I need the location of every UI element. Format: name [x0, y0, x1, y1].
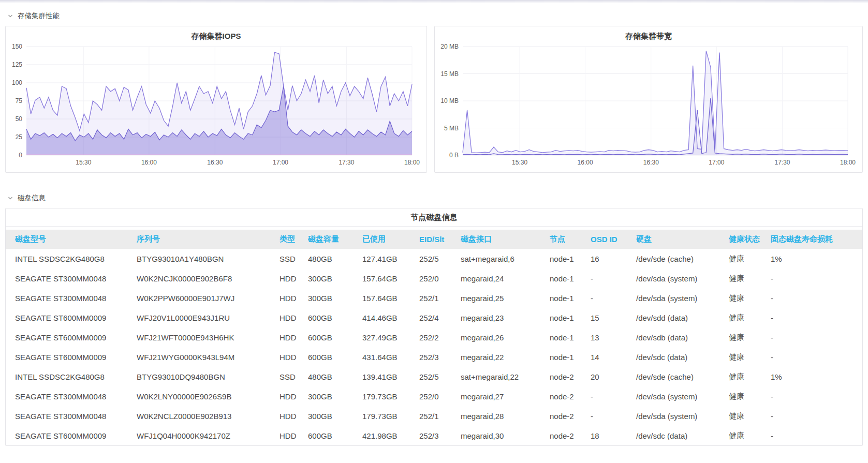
table-row: SEAGATE ST600MM0009WFJ21WFT0000E943H6HKH… [6, 327, 862, 347]
table-cell: /dev/sdc (data) [636, 347, 729, 367]
table-cell: SEAGATE ST600MM0009 [6, 308, 137, 327]
table-cell: megaraid,30 [461, 426, 550, 445]
table-cell: 252/1 [419, 406, 461, 426]
table-cell: HDD [279, 406, 308, 426]
disk-table: 磁盘型号序列号类型磁盘容量已使用EID/Slt磁盘接口节点OSD ID硬盘健康状… [6, 230, 862, 445]
svg-text:100: 100 [12, 79, 22, 86]
column-header[interactable]: OSD ID [591, 230, 636, 249]
table-cell: SEAGATE ST300MM0048 [6, 268, 137, 288]
table-cell: W0K2LNY00000E9026S9B [137, 386, 279, 406]
table-cell: WFJ21WYG0000K943L94M [137, 347, 279, 367]
table-cell: HDD [279, 308, 308, 327]
table-cell: node-1 [550, 347, 591, 367]
section-disks-title: 磁盘信息 [18, 193, 46, 203]
svg-text:50: 50 [16, 115, 23, 123]
section-disks-toggle[interactable]: 磁盘信息 [7, 193, 861, 203]
table-cell: BTYG93010DQ9480BGN [137, 367, 279, 386]
table-cell: megaraid,24 [461, 268, 550, 288]
table-cell: 健康 [729, 288, 771, 308]
table-cell: node-1 [550, 249, 591, 268]
table-cell: 健康 [729, 268, 771, 288]
table-cell: /dev/sdc (data) [636, 426, 729, 445]
column-header[interactable]: 序列号 [137, 230, 279, 249]
column-header[interactable]: 固态磁盘寿命损耗 [771, 230, 862, 249]
column-header[interactable]: 硬盘 [636, 230, 729, 249]
table-cell: HDD [279, 327, 308, 347]
svg-text:16:30: 16:30 [207, 159, 223, 166]
table-row: SEAGATE ST600MM0009WFJ20V1L0000E943J1RUH… [6, 308, 862, 327]
table-cell: 252/1 [419, 288, 461, 308]
column-header[interactable]: 磁盘接口 [461, 230, 550, 249]
table-cell: node-2 [550, 367, 591, 386]
table-cell: INTEL SSDSC2KG480G8 [6, 249, 137, 268]
column-header[interactable]: 磁盘型号 [6, 230, 137, 249]
table-cell: 252/4 [419, 308, 461, 327]
table-cell: SEAGATE ST300MM0048 [6, 288, 137, 308]
table-cell: 健康 [729, 386, 771, 406]
svg-text:17:00: 17:00 [273, 159, 288, 166]
svg-text:10 MB: 10 MB [440, 97, 459, 104]
disk-table-header: 磁盘型号序列号类型磁盘容量已使用EID/Slt磁盘接口节点OSD ID硬盘健康状… [6, 230, 862, 249]
table-cell: 1% [771, 367, 862, 386]
svg-text:15 MB: 15 MB [440, 70, 459, 78]
column-header[interactable]: 健康状态 [729, 230, 771, 249]
svg-text:20 MB: 20 MB [440, 43, 459, 50]
svg-text:18:00: 18:00 [404, 159, 420, 166]
table-cell: 252/2 [419, 327, 461, 347]
svg-text:17:30: 17:30 [339, 159, 354, 166]
section-performance-toggle[interactable]: 存储集群性能 [7, 11, 861, 21]
svg-text:125: 125 [12, 61, 22, 68]
table-cell: 300GB [308, 406, 362, 426]
table-cell: - [591, 406, 636, 426]
table-cell: 健康 [729, 347, 771, 367]
table-cell: megaraid,25 [461, 288, 550, 308]
bandwidth-chart-panel: 存储集群带宽 0 B5 MB10 MB15 MB20 MB15:3016:001… [434, 26, 863, 173]
table-cell: 252/3 [419, 426, 461, 445]
table-cell: 600GB [308, 426, 362, 445]
table-cell: SEAGATE ST600MM0009 [6, 327, 137, 347]
table-cell: 252/0 [419, 386, 461, 406]
chevron-down-icon [7, 195, 13, 201]
column-header[interactable]: 磁盘容量 [308, 230, 362, 249]
table-cell: 14 [591, 347, 636, 367]
table-cell: 421.98GB [362, 426, 419, 445]
table-cell: BTYG93010A1Y480BGN [137, 249, 279, 268]
table-cell: 健康 [729, 426, 771, 445]
table-header-row: 磁盘型号序列号类型磁盘容量已使用EID/Slt磁盘接口节点OSD ID硬盘健康状… [6, 230, 862, 249]
table-cell: - [591, 386, 636, 406]
table-cell: 480GB [308, 367, 362, 386]
svg-text:150: 150 [12, 43, 22, 50]
table-cell: /dev/sdb (data) [636, 327, 729, 347]
table-cell: 健康 [729, 249, 771, 268]
table-cell: - [591, 288, 636, 308]
table-cell: node-2 [550, 386, 591, 406]
table-cell: /dev/sdd (data) [636, 308, 729, 327]
table-cell: 1% [771, 249, 862, 268]
table-cell: 600GB [308, 308, 362, 327]
table-cell: SEAGATE ST600MM0009 [6, 426, 137, 445]
table-row: SEAGATE ST600MM0009WFJ1Q04H0000K942170ZH… [6, 426, 862, 445]
table-cell: HDD [279, 347, 308, 367]
charts-row: 存储集群IOPS 025507510012515015:3016:0016:30… [5, 26, 863, 173]
table-cell: 414.46GB [362, 308, 419, 327]
table-cell: 健康 [729, 308, 771, 327]
table-row: SEAGATE ST600MM0009WFJ21WYG0000K943L94MH… [6, 347, 862, 367]
table-cell: - [771, 327, 862, 347]
table-cell: 157.64GB [362, 268, 419, 288]
table-cell: WFJ21WFT0000E943H6HK [137, 327, 279, 347]
column-header[interactable]: 类型 [279, 230, 308, 249]
column-header[interactable]: 节点 [550, 230, 591, 249]
table-cell: SSD [279, 249, 308, 268]
iops-chart-title: 存储集群IOPS [8, 29, 424, 42]
chevron-down-icon [7, 13, 13, 19]
column-header[interactable]: EID/Slt [419, 230, 461, 249]
disk-table-body: INTEL SSDSC2KG480G8BTYG93010A1Y480BGNSSD… [6, 249, 862, 445]
table-cell: W0K2NCJK0000E902B6F8 [137, 268, 279, 288]
table-row: SEAGATE ST300MM0048W0K2NCLZ0000E902B913H… [6, 406, 862, 426]
table-cell: - [771, 288, 862, 308]
table-row: SEAGATE ST300MM0048W0K2LNY00000E9026S9BH… [6, 386, 862, 406]
svg-text:15:30: 15:30 [512, 159, 527, 166]
column-header[interactable]: 已使用 [362, 230, 419, 249]
svg-text:0: 0 [19, 152, 22, 159]
svg-text:25: 25 [16, 133, 23, 141]
